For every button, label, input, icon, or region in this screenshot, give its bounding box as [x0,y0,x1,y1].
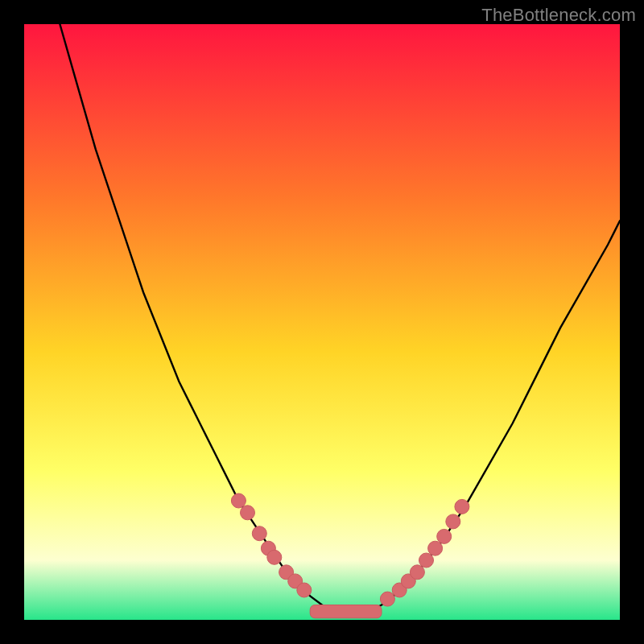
plot-area [24,24,620,620]
curve-marker [437,529,452,543]
gradient-background [24,24,620,620]
curve-marker [446,514,460,529]
flat-marker-bar [310,605,382,618]
curve-marker [419,553,434,568]
watermark-text: TheBottleneck.com [481,5,636,26]
curve-marker [380,592,394,606]
curve-marker [455,499,469,514]
chart-frame: TheBottleneck.com [0,0,644,644]
curve-marker [428,541,443,555]
curve-marker [241,506,255,520]
curve-marker [267,550,282,564]
curve-marker [410,565,424,580]
bottleneck-chart [24,24,620,620]
curve-marker [252,526,266,541]
curve-marker [297,583,312,597]
curve-marker [231,493,246,508]
